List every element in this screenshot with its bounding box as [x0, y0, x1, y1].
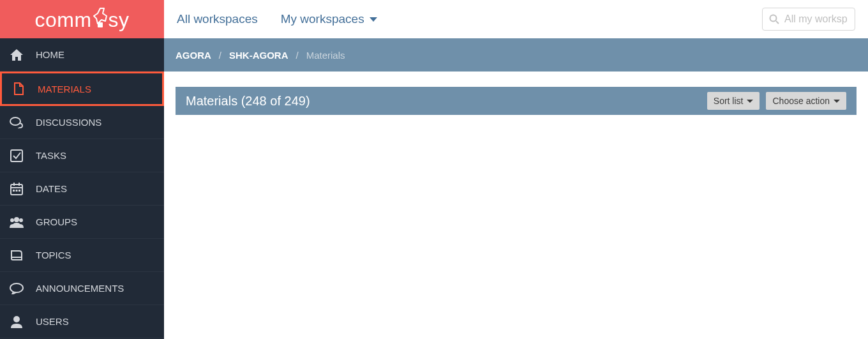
materials-panel: Materials (248 of 249) Sort list Choose … — [176, 87, 857, 332]
search-icon — [769, 14, 779, 24]
sidebar-item-label: TASKS — [36, 150, 66, 161]
topbar: All workspaces My workspaces — [164, 0, 868, 38]
sidebar-item-label: USERS — [36, 316, 69, 327]
breadcrumb-level2[interactable]: SHK-AGORA — [229, 50, 288, 61]
book-icon — [9, 250, 24, 261]
sidebar-item-tasks[interactable]: TASKS — [0, 139, 164, 172]
caret-down-icon — [747, 100, 753, 103]
breadcrumb-separator: / — [296, 50, 299, 61]
sidebar-item-label: HOME — [36, 49, 64, 60]
user-icon — [9, 315, 24, 328]
speech-icon — [9, 283, 24, 294]
svg-line-17 — [776, 21, 779, 24]
sort-button-label: Sort list — [714, 96, 744, 106]
sidebar-item-materials[interactable]: MATERIALS — [0, 72, 164, 106]
sidebar-item-dates[interactable]: DATES — [0, 172, 164, 206]
sidebar-item-groups[interactable]: GROUPS — [0, 206, 164, 239]
sidebar: comm sy HOME MATERIALS — [0, 0, 164, 339]
logo-hand-icon — [91, 7, 109, 29]
panel-header: Materials (248 of 249) Sort list Choose … — [176, 87, 857, 115]
home-icon — [9, 49, 24, 61]
logo[interactable]: comm sy — [0, 0, 164, 38]
sidebar-item-home[interactable]: HOME — [0, 38, 164, 72]
panel-title: Materials (248 of 249) — [186, 94, 707, 109]
search-box[interactable] — [762, 8, 855, 31]
my-workspaces-label: My workspaces — [281, 12, 364, 26]
svg-rect-6 — [19, 183, 20, 186]
breadcrumb-current: Materials — [306, 50, 345, 61]
check-icon — [9, 149, 24, 162]
all-workspaces-link[interactable]: All workspaces — [177, 12, 258, 26]
sidebar-item-label: GROUPS — [36, 216, 77, 227]
svg-point-12 — [19, 218, 23, 222]
sidebar-item-announcements[interactable]: ANNOUNCEMENTS — [0, 272, 164, 305]
sidebar-item-label: ANNOUNCEMENTS — [36, 283, 124, 294]
all-workspaces-label: All workspaces — [177, 12, 258, 26]
sidebar-item-label: DISCUSSIONS — [36, 117, 101, 128]
svg-rect-5 — [13, 183, 15, 186]
caret-down-icon — [834, 100, 840, 103]
calendar-icon — [9, 183, 24, 195]
svg-rect-2 — [11, 150, 22, 162]
logo-suffix: sy — [108, 10, 130, 30]
comments-icon — [9, 117, 24, 128]
sidebar-item-label: DATES — [36, 183, 67, 194]
choose-action-button[interactable]: Choose action — [766, 92, 846, 110]
panel-actions: Sort list Choose action — [707, 92, 846, 110]
svg-rect-9 — [19, 190, 20, 192]
svg-rect-7 — [13, 190, 15, 192]
svg-point-1 — [10, 117, 20, 125]
search-input[interactable] — [784, 13, 848, 25]
svg-point-14 — [10, 283, 23, 292]
svg-point-10 — [14, 217, 19, 222]
sidebar-item-discussions[interactable]: DISCUSSIONS — [0, 106, 164, 139]
breadcrumb-separator: / — [219, 50, 221, 61]
svg-point-11 — [10, 218, 14, 222]
svg-point-16 — [770, 15, 777, 22]
svg-point-15 — [13, 316, 20, 322]
breadcrumb-level1[interactable]: AGORA — [176, 50, 211, 61]
sidebar-item-topics[interactable]: TOPICS — [0, 239, 164, 272]
logo-prefix: comm — [34, 10, 91, 30]
panel-body — [176, 115, 857, 332]
logo-text: comm sy — [34, 8, 129, 30]
sidebar-item-label: TOPICS — [36, 250, 71, 260]
svg-rect-8 — [16, 190, 18, 192]
file-icon — [11, 82, 26, 95]
breadcrumb: AGORA / SHK-AGORA / Materials — [164, 38, 868, 72]
action-button-label: Choose action — [772, 96, 830, 106]
content-area: Materials (248 of 249) Sort list Choose … — [164, 72, 868, 339]
sort-list-button[interactable]: Sort list — [707, 92, 760, 110]
sidebar-item-users[interactable]: USERS — [0, 305, 164, 338]
svg-rect-0 — [98, 22, 103, 27]
main: All workspaces My workspaces AGORA / SHK… — [164, 0, 868, 339]
sidebar-item-label: MATERIALS — [38, 84, 91, 94]
group-icon — [9, 216, 24, 228]
my-workspaces-dropdown[interactable]: My workspaces — [281, 12, 377, 26]
chevron-down-icon — [370, 17, 377, 22]
